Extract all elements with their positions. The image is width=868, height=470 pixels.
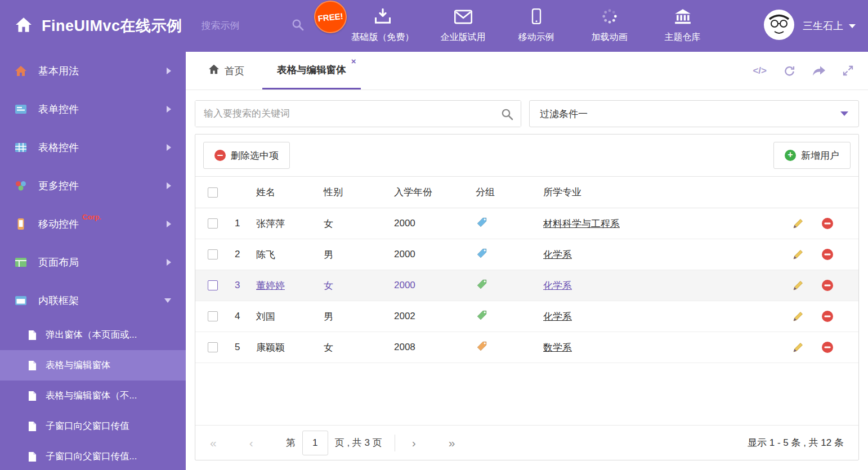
sidebar-item-mobile-controls[interactable]: 移动控件 Corp. — [0, 205, 186, 243]
next-page-button[interactable]: › — [412, 436, 416, 450]
tag-icon — [476, 216, 488, 229]
share-icon[interactable] — [812, 65, 826, 77]
row-checkbox[interactable] — [208, 342, 218, 352]
nav-item-enterprise-trial[interactable]: 企业版试用 — [439, 10, 487, 43]
keyword-search[interactable] — [195, 100, 521, 127]
major-link[interactable]: 材料科学与工程系 — [543, 218, 620, 229]
sidebar-item-form-controls[interactable]: 表单控件 — [0, 90, 186, 128]
delete-row-icon[interactable] — [821, 217, 834, 230]
page-icon — [28, 451, 37, 462]
layout-icon — [15, 257, 28, 268]
sidebar-item-label: 基本用法 — [38, 64, 79, 78]
pagination-bar: « ‹ 第 页 , 共 3 页 › » 显示 1 - 5 条 , 共 12 条 — [195, 425, 858, 460]
last-page-button[interactable]: » — [449, 436, 455, 450]
cell-group — [476, 332, 543, 363]
cell-year: 2000 — [394, 270, 476, 301]
sidebar-subitem-child-to-parent[interactable]: 子窗口向父窗口传值 — [0, 411, 186, 441]
column-header-year: 入学年份 — [394, 177, 476, 208]
chevron-right-icon — [167, 221, 171, 227]
sidebar-item-page-layout[interactable]: 页面布局 — [0, 243, 186, 281]
sidebar-subitem-grid-edit-window[interactable]: 表格与编辑窗体 — [0, 350, 186, 381]
download-icon — [374, 8, 391, 26]
refresh-icon[interactable] — [784, 65, 795, 77]
nav-label: 移动示例 — [518, 32, 554, 43]
close-icon[interactable]: × — [351, 57, 356, 65]
major-link[interactable]: 数学系 — [543, 342, 572, 353]
edit-icon[interactable] — [792, 279, 804, 292]
delete-row-icon[interactable] — [821, 310, 834, 323]
sidebar-item-more-controls[interactable]: 更多控件 — [0, 167, 186, 205]
sidebar-item-grid-controls[interactable]: 表格控件 — [0, 128, 186, 167]
keyword-search-input[interactable] — [195, 101, 521, 127]
tab-home[interactable]: 首页 — [197, 52, 256, 89]
user-menu[interactable]: 三生石上 — [763, 9, 868, 43]
brand[interactable]: FineUIMvc在线示例 — [0, 16, 182, 36]
filter-dropdown-value: 过滤条件一 — [540, 108, 588, 120]
sidebar-subitem-child-to-parent-2[interactable]: 子窗口向父窗口传值... — [0, 441, 186, 470]
table-icon — [15, 142, 28, 153]
nav-item-loading-animation[interactable]: 加载动画 — [585, 8, 634, 43]
bank-icon — [674, 8, 691, 26]
spinner-icon — [602, 8, 618, 26]
home-icon — [208, 64, 220, 77]
delete-row-icon[interactable] — [821, 248, 834, 261]
edit-icon[interactable] — [792, 248, 804, 261]
nav-item-theme-repo[interactable]: 主题仓库 — [659, 8, 707, 43]
page-number-input[interactable] — [302, 431, 328, 455]
sidebar-subitem-label: 表格与编辑窗体（不... — [46, 390, 137, 402]
sidebar-subitem-popup-window[interactable]: 弹出窗体（本页面或... — [0, 320, 186, 350]
search-icon[interactable] — [292, 19, 304, 33]
filter-dropdown[interactable]: 过滤条件一 — [529, 100, 859, 127]
delete-row-icon[interactable] — [821, 279, 834, 292]
tab-label: 表格与编辑窗体 — [277, 63, 346, 77]
app-title: FineUIMvc在线示例 — [42, 16, 182, 36]
delete-row-icon[interactable] — [821, 341, 834, 353]
cell-name: 康颖颖 — [256, 332, 324, 363]
cell-gender: 女 — [324, 270, 394, 301]
search-icon[interactable] — [501, 108, 513, 123]
cell-gender: 男 — [324, 301, 394, 332]
user-name: 三生石上 — [803, 19, 843, 33]
table-row[interactable]: 4 刘国 男 2002 化学系 — [195, 301, 858, 332]
sidebar-item-basic-usage[interactable]: 基本用法 — [0, 52, 186, 90]
grid-panel: 删除选中项 + 新增用户 姓名 性别 入学年份 分组 所学专业 — [195, 134, 859, 460]
row-index: 4 — [223, 301, 256, 332]
sidebar-subitem-label: 子窗口向父窗口传值 — [46, 420, 129, 432]
nav-item-mobile-demo[interactable]: 移动示例 — [512, 8, 561, 43]
delete-selected-button[interactable]: 删除选中项 — [203, 142, 290, 169]
expand-icon[interactable] — [843, 65, 853, 76]
sidebar-item-iframe[interactable]: 内联框架 — [0, 281, 186, 320]
major-link[interactable]: 化学系 — [543, 249, 572, 260]
edit-icon[interactable] — [792, 217, 804, 230]
table-row[interactable]: 5 康颖颖 女 2008 数学系 — [195, 332, 858, 363]
sidebar-item-label: 更多控件 — [38, 179, 79, 193]
cell-name: 陈飞 — [256, 239, 324, 270]
row-checkbox[interactable] — [208, 280, 218, 290]
table-row[interactable]: 2 陈飞 男 2000 化学系 — [195, 239, 858, 270]
column-header-gender: 性别 — [324, 177, 394, 208]
first-page-button[interactable]: « — [210, 436, 217, 450]
header-search[interactable] — [202, 19, 320, 33]
edit-icon[interactable] — [792, 341, 804, 353]
table-row[interactable]: 3 董婷婷 女 2000 化学系 — [195, 270, 858, 301]
cell-gender: 女 — [324, 208, 394, 239]
source-code-icon[interactable]: </> — [753, 65, 767, 77]
major-link[interactable]: 化学系 — [543, 280, 572, 291]
select-all-checkbox[interactable] — [208, 187, 218, 198]
sidebar-subitem-grid-edit-window-2[interactable]: 表格与编辑窗体（不... — [0, 381, 186, 411]
prev-page-button[interactable]: ‹ — [249, 436, 253, 450]
header-search-input[interactable] — [202, 20, 292, 32]
row-checkbox[interactable] — [208, 218, 218, 229]
chevron-right-icon — [167, 106, 171, 113]
add-user-button[interactable]: + 新增用户 — [773, 142, 851, 169]
edit-icon[interactable] — [792, 310, 804, 323]
table-row[interactable]: 1 张萍萍 女 2000 材料科学与工程系 — [195, 208, 858, 239]
cell-gender: 女 — [324, 332, 394, 363]
tab-grid-edit-window[interactable]: 表格与编辑窗体 × — [262, 52, 361, 89]
row-checkbox[interactable] — [208, 311, 218, 321]
row-checkbox[interactable] — [208, 249, 218, 259]
chevron-right-icon — [167, 259, 171, 266]
major-link[interactable]: 化学系 — [543, 311, 572, 322]
nav-item-basic-free[interactable]: FREE! 基础版（免费） — [351, 8, 414, 43]
sidebar-item-label: 页面布局 — [38, 256, 79, 269]
